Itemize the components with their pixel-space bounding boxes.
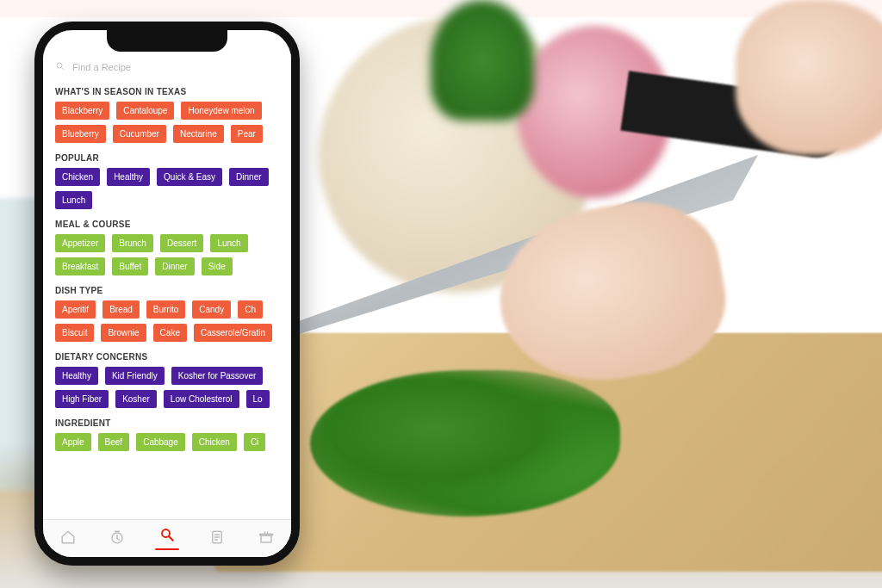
tag-honeydew-melon[interactable]: Honeydew melon (181, 102, 261, 120)
section-heading: DISH TYPE (55, 286, 279, 295)
phone-screen: WHAT'S IN SEASON IN TEXASBlackberryCanta… (43, 30, 291, 557)
tag-low-cholesterol[interactable]: Low Cholesterol (164, 390, 239, 408)
tag-cucumber[interactable]: Cucumber (113, 125, 166, 143)
section-heading: POPULAR (55, 153, 279, 163)
tag-blueberry[interactable]: Blueberry (55, 125, 106, 143)
search-icon (159, 527, 175, 546)
tag-row: AppetizerBrunchDessertLunchBreakfastBuff… (55, 234, 279, 275)
tag-healthy[interactable]: Healthy (107, 168, 150, 186)
tag-ci[interactable]: Ci (244, 433, 265, 451)
tag-lunch[interactable]: Lunch (210, 234, 247, 252)
section-dish-type: DISH TYPEAperitifBreadBurritoCandyChBisc… (43, 286, 291, 347)
tag-dinner[interactable]: Dinner (229, 168, 268, 186)
tag-nectarine[interactable]: Nectarine (173, 125, 224, 143)
tag-dinner[interactable]: Dinner (155, 257, 194, 275)
tag-burrito[interactable]: Burrito (146, 300, 185, 319)
tag-row: AperitifBreadBurritoCandyChBiscuitBrowni… (55, 300, 279, 342)
tab-search[interactable] (150, 522, 184, 556)
svg-line-4 (169, 536, 173, 541)
tag-buffet[interactable]: Buffet (112, 257, 148, 275)
tab-home[interactable] (51, 522, 85, 556)
list-icon (209, 529, 225, 548)
tab-timer[interactable] (100, 522, 134, 556)
section-popular: POPULARChickenHealthyQuick & EasyDinnerL… (43, 153, 291, 214)
section-heading: INGREDIENT (55, 418, 279, 428)
tag-chicken[interactable]: Chicken (192, 433, 237, 451)
tag-brunch[interactable]: Brunch (112, 234, 153, 252)
tab-list[interactable] (200, 522, 234, 556)
svg-rect-9 (261, 535, 271, 542)
section-heading: MEAL & COURSE (55, 220, 279, 229)
tag-row: AppleBeefCabbageChickenCi (55, 433, 279, 451)
tag-pear[interactable]: Pear (231, 125, 263, 143)
tag-cabbage[interactable]: Cabbage (136, 433, 185, 451)
tab-basket[interactable] (249, 522, 283, 556)
tag-quick-easy[interactable]: Quick & Easy (157, 168, 222, 186)
svg-rect-10 (260, 534, 273, 535)
tag-kosher[interactable]: Kosher (115, 390, 157, 408)
tag-casserole-gratin[interactable]: Casserole/Gratin (194, 324, 272, 342)
search-input[interactable] (72, 62, 279, 72)
section-meal-course: MEAL & COURSEAppetizerBrunchDessertLunch… (43, 220, 291, 281)
tag-cantaloupe[interactable]: Cantaloupe (116, 102, 174, 120)
home-icon (60, 529, 76, 548)
tag-dessert[interactable]: Dessert (160, 234, 203, 252)
device-notch (107, 30, 227, 52)
tag-appetizer[interactable]: Appetizer (55, 234, 105, 252)
tag-aperitif[interactable]: Aperitif (55, 300, 96, 319)
tag-kid-friendly[interactable]: Kid Friendly (105, 367, 165, 385)
tag-apple[interactable]: Apple (55, 433, 91, 451)
section-what-s-in-season-in-texas: WHAT'S IN SEASON IN TEXASBlackberryCanta… (43, 87, 291, 148)
app-content: WHAT'S IN SEASON IN TEXASBlackberryCanta… (43, 54, 291, 519)
basket-icon (258, 529, 274, 548)
tag-ch[interactable]: Ch (238, 300, 263, 319)
tag-cake[interactable]: Cake (153, 324, 187, 342)
tag-high-fiber[interactable]: High Fiber (55, 390, 109, 408)
section-heading: WHAT'S IN SEASON IN TEXAS (55, 87, 279, 96)
tag-lunch[interactable]: Lunch (55, 191, 92, 209)
section-heading: DIETARY CONCERNS (55, 352, 279, 362)
tag-breakfast[interactable]: Breakfast (55, 257, 105, 275)
tag-chicken[interactable]: Chicken (55, 168, 100, 186)
tag-side[interactable]: Side (202, 257, 233, 275)
svg-line-1 (62, 68, 65, 71)
section-dietary-concerns: DIETARY CONCERNSHealthyKid FriendlyKoshe… (43, 352, 291, 413)
tab-active-indicator (155, 548, 179, 550)
phone-device-frame: WHAT'S IN SEASON IN TEXASBlackberryCanta… (34, 22, 300, 566)
section-ingredient: INGREDIENTAppleBeefCabbageChickenCi (43, 418, 291, 456)
tag-candy[interactable]: Candy (192, 300, 231, 319)
tag-blackberry[interactable]: Blackberry (55, 102, 109, 120)
tag-row: BlackberryCantaloupeHoneydew melonBluebe… (55, 102, 279, 143)
tag-lo[interactable]: Lo (246, 390, 270, 408)
search-bar[interactable] (43, 54, 291, 82)
svg-point-0 (57, 63, 62, 68)
tag-kosher-for-passover[interactable]: Kosher for Passover (171, 367, 264, 385)
tag-healthy[interactable]: Healthy (55, 367, 98, 385)
tag-beef[interactable]: Beef (98, 433, 130, 451)
tag-biscuit[interactable]: Biscuit (55, 324, 94, 342)
tag-row: ChickenHealthyQuick & EasyDinnerLunch (55, 168, 279, 209)
tag-brownie[interactable]: Brownie (101, 324, 146, 342)
tab-bar (43, 519, 291, 557)
search-icon (55, 59, 65, 75)
tag-bread[interactable]: Bread (102, 300, 140, 319)
tag-row: HealthyKid FriendlyKosher for PassoverHi… (55, 367, 279, 408)
clock-icon (109, 529, 125, 548)
